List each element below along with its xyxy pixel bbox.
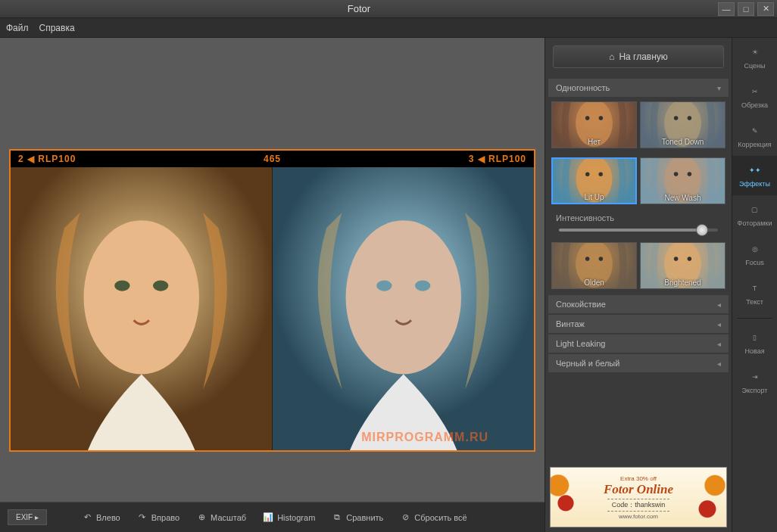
home-icon: ⌂: [609, 51, 614, 62]
section-title: Черный и белый: [556, 359, 619, 368]
svg-point-5: [345, 220, 460, 374]
rotate-right-icon: ↷: [137, 512, 148, 523]
side-toolbar: ☀Сцены ✂Обрезка ✎Коррекция ✦✦Эффекты ▢Фо…: [732, 38, 777, 532]
close-button[interactable]: ✕: [757, 2, 774, 16]
promo-url: www.fotor.com: [619, 513, 658, 520]
svg-point-18: [585, 173, 589, 176]
rotate-left-icon: ↶: [82, 512, 92, 523]
intensity-slider[interactable]: [548, 226, 729, 239]
section-title: Одногонность: [556, 83, 610, 92]
svg-point-3: [153, 280, 168, 291]
app-title: Fotor: [0, 3, 718, 14]
svg-point-11: [599, 116, 604, 120]
reset-icon: ⊘: [400, 512, 410, 523]
tool-text[interactable]: TТекст: [732, 274, 777, 313]
promo-extra: Extra 30% off: [620, 475, 657, 482]
reset-button[interactable]: ⊘Сбросить всё: [395, 509, 471, 526]
canvas-viewport[interactable]: 2 ◀ RLP100 465 3 ◀ RLP100: [0, 38, 545, 502]
effect-thumb-brightened[interactable]: Brightened: [640, 242, 726, 289]
crop-icon: ✂: [748, 85, 762, 98]
thumb-label: Lit Up: [553, 193, 635, 201]
bottom-toolbar: EXIF ▸ ↶Влево ↷Вправо ⊕Масштаб 📊Histogra…: [0, 502, 545, 532]
svg-point-22: [674, 172, 679, 176]
svg-point-1: [84, 220, 199, 374]
compare-icon: ⧉: [332, 512, 342, 523]
chevron-left-icon: ◂: [717, 359, 721, 368]
section-header-винтаж[interactable]: Винтаж◂: [548, 315, 729, 333]
chevron-left-icon: ◂: [717, 300, 721, 309]
svg-point-14: [674, 116, 679, 120]
svg-point-23: [688, 172, 692, 176]
exif-button[interactable]: EXIF ▸: [8, 509, 47, 525]
thumb-label: Olden: [552, 278, 636, 287]
tool-scenes[interactable]: ☀Сцены: [732, 38, 777, 77]
zoom-button[interactable]: ⊕Масштаб: [192, 509, 251, 526]
home-button[interactable]: ⌂ На главную: [553, 45, 724, 68]
tool-export[interactable]: ⇥Экспорт: [732, 362, 777, 402]
maximize-button[interactable]: □: [738, 2, 754, 16]
text-icon: T: [748, 282, 762, 295]
effect-thumb-olden[interactable]: Olden: [551, 242, 637, 289]
menu-file[interactable]: Файл: [6, 23, 29, 33]
tool-frames[interactable]: ▢Фоторамки: [732, 195, 777, 235]
svg-point-10: [585, 116, 590, 120]
thumb-label: Нет: [552, 138, 636, 146]
window-controls: — □ ✕: [718, 2, 777, 16]
section-header-черный-и-белый[interactable]: Черный и белый◂: [548, 354, 729, 372]
zoom-icon: ⊕: [196, 512, 207, 523]
thumb-label: Brightened: [641, 278, 725, 287]
chevron-left-icon: ◂: [717, 320, 721, 328]
promo-decoration: [688, 468, 726, 527]
pencil-icon: ✎: [748, 124, 762, 138]
effect-thumb-lit-up[interactable]: Lit Up: [551, 157, 637, 204]
svg-point-30: [674, 257, 679, 261]
promo-banner[interactable]: Extra 30% off Fotor Online Code：thankswi…: [550, 467, 727, 527]
promo-title: Fotor Online: [604, 482, 673, 497]
export-icon: ⇥: [748, 370, 762, 384]
section-title: Light Leaking: [556, 339, 605, 348]
slider-handle[interactable]: [696, 224, 708, 236]
svg-point-27: [599, 257, 604, 261]
effect-thumb-new-wash[interactable]: New Wash: [640, 157, 726, 204]
rotate-right-button[interactable]: ↷Вправо: [133, 509, 184, 526]
chevron-down-icon: ▾: [717, 84, 721, 92]
menubar: Файл Справка: [0, 18, 777, 38]
svg-point-2: [114, 280, 130, 291]
tool-new[interactable]: ▯Новая: [732, 323, 777, 362]
minimize-button[interactable]: —: [718, 2, 735, 16]
svg-point-7: [414, 280, 429, 291]
effect-thumb-нет[interactable]: Нет: [551, 101, 637, 148]
promo-decoration: [551, 468, 588, 527]
film-label-left: 2 ◀ RLP100: [18, 154, 76, 164]
sparkle-icon: ✦✦: [748, 163, 762, 177]
section-header-active[interactable]: Одногонность ▾: [548, 79, 729, 97]
histogram-button[interactable]: 📊Histogram: [258, 509, 320, 526]
section-title: Винтаж: [556, 319, 585, 328]
tool-adjust[interactable]: ✎Коррекция: [732, 117, 777, 156]
section-title: Спокойствие: [556, 300, 606, 309]
tool-focus[interactable]: ◎Focus: [732, 235, 777, 274]
intensity-label: Интенсивность: [548, 210, 729, 226]
photo-before: [11, 167, 273, 450]
frame-icon: ▢: [748, 203, 762, 216]
sun-icon: ☀: [748, 45, 762, 59]
document-icon: ▯: [748, 331, 762, 344]
menu-help[interactable]: Справка: [39, 23, 75, 33]
section-header-light-leaking[interactable]: Light Leaking◂: [548, 334, 729, 353]
chevron-left-icon: ◂: [717, 340, 721, 348]
svg-point-19: [598, 173, 602, 176]
photo-frame: 2 ◀ RLP100 465 3 ◀ RLP100: [9, 149, 535, 452]
svg-point-6: [376, 280, 392, 291]
effects-panel: ⌂ На главную Одногонность ▾ Нет Toned Do…: [545, 38, 732, 532]
effect-thumb-toned-down[interactable]: Toned Down: [640, 101, 726, 148]
svg-point-31: [688, 257, 692, 261]
film-label-right: 3 ◀ RLP100: [469, 154, 526, 164]
rotate-left-button[interactable]: ↶Влево: [77, 509, 125, 526]
section-header-спокойствие[interactable]: Спокойствие◂: [548, 295, 729, 313]
histogram-icon: 📊: [263, 512, 273, 523]
film-label-center: 465: [264, 154, 281, 164]
tool-effects[interactable]: ✦✦Эффекты: [732, 156, 777, 195]
tool-crop[interactable]: ✂Обрезка: [732, 77, 777, 117]
compare-button[interactable]: ⧉Сравнить: [327, 509, 388, 526]
titlebar: Fotor — □ ✕: [0, 0, 777, 18]
